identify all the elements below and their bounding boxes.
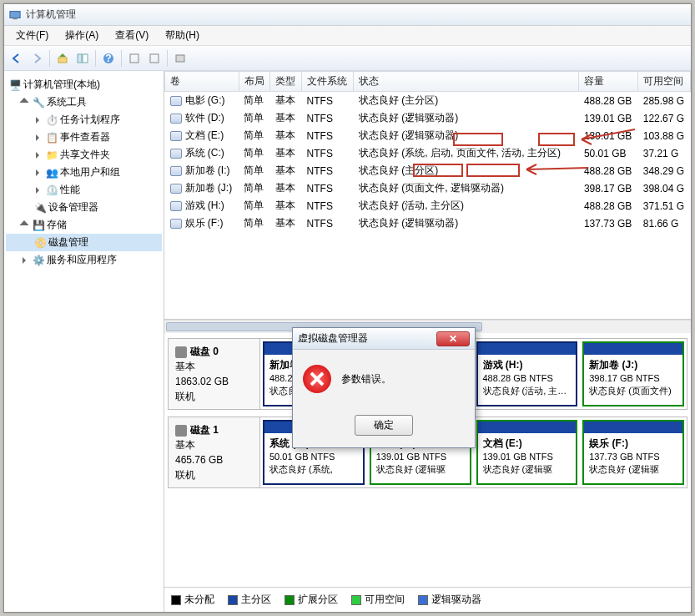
clock-icon: ⏱️ xyxy=(46,114,58,126)
tree-shared-folders[interactable]: 📁共享文件夹 xyxy=(6,146,162,164)
volume-icon xyxy=(170,201,182,211)
error-dialog: 虚拟磁盘管理器 ✕ 参数错误。 确定 xyxy=(292,327,476,448)
col-volume[interactable]: 卷 xyxy=(165,72,239,92)
volume-list[interactable]: 卷 布局 类型 文件系统 状态 容量 可用空间 电影 (G:)简单基本NTFS状… xyxy=(164,71,691,320)
svg-rect-3 xyxy=(78,54,82,63)
table-row[interactable]: 游戏 (H:)简单基本NTFS状态良好 (活动, 主分区)488.28 GB37… xyxy=(165,197,691,215)
volume-icon xyxy=(170,149,182,159)
col-status[interactable]: 状态 xyxy=(354,72,579,92)
tree-local-users[interactable]: 👥本地用户和组 xyxy=(6,164,162,181)
tree-performance[interactable]: ⏲️性能 xyxy=(6,181,162,199)
help-button[interactable]: ? xyxy=(99,49,118,68)
refresh-button[interactable] xyxy=(125,49,144,68)
volume-icon xyxy=(170,131,182,141)
menu-view[interactable]: 查看(V) xyxy=(108,26,155,45)
svg-rect-4 xyxy=(83,54,88,63)
legend: 未分配 主分区 扩展分区 可用空间 逻辑驱动器 xyxy=(164,587,691,612)
volume-icon xyxy=(170,166,182,176)
table-row[interactable]: 电影 (G:)简单基本NTFS状态良好 (主分区)488.28 GB285.98… xyxy=(165,92,691,110)
volume-icon xyxy=(170,184,182,194)
up-button[interactable] xyxy=(53,49,72,68)
disk-icon: 📀 xyxy=(34,237,46,249)
settings-button[interactable] xyxy=(145,49,164,68)
tree-services-apps[interactable]: ⚙️服务和应用程序 xyxy=(6,251,162,269)
table-row[interactable]: 系统 (C:)简单基本NTFS状态良好 (系统, 启动, 页面文件, 活动, 主… xyxy=(165,144,691,162)
table-row[interactable]: 新加卷 (I:)简单基本NTFS状态良好 (主分区)488.28 GB348.2… xyxy=(165,162,691,179)
perf-icon: ⏲️ xyxy=(46,184,58,196)
dialog-titlebar[interactable]: 虚拟磁盘管理器 ✕ xyxy=(293,328,475,350)
disk-icon xyxy=(175,425,187,437)
expand-icon[interactable] xyxy=(21,98,28,106)
computer-management-window: 计算机管理 文件(F) 操作(A) 查看(V) 帮助(H) ? 🖥️计算机管理(… xyxy=(3,3,692,613)
table-row[interactable]: 文档 (E:)简单基本NTFS状态良好 (逻辑驱动器)139.01 GB103.… xyxy=(165,127,691,144)
device-icon: 🔌 xyxy=(34,202,46,214)
computer-icon: 🖥️ xyxy=(9,79,21,91)
back-button[interactable] xyxy=(8,49,26,68)
show-hide-tree-button[interactable] xyxy=(73,49,92,68)
storage-icon: 💾 xyxy=(33,220,44,231)
svg-rect-0 xyxy=(10,11,20,18)
menu-help[interactable]: 帮助(H) xyxy=(159,26,206,45)
tree-event-viewer[interactable]: 📋事件查看器 xyxy=(6,129,162,146)
volume-icon xyxy=(170,96,182,106)
disk-icon xyxy=(175,346,187,358)
menu-file[interactable]: 文件(F) xyxy=(9,26,55,45)
partition[interactable]: 娱乐 (F:)137.73 GB NTFS状态良好 (逻辑驱 xyxy=(582,420,684,485)
dialog-ok-button[interactable]: 确定 xyxy=(355,415,413,436)
col-layout[interactable]: 布局 xyxy=(239,72,270,92)
tree-task-scheduler[interactable]: ⏱️任务计划程序 xyxy=(6,111,162,129)
svg-text:?: ? xyxy=(105,53,111,64)
table-row[interactable]: 新加卷 (J:)简单基本NTFS状态良好 (页面文件, 逻辑驱动器)398.17… xyxy=(165,179,691,197)
disk-header: 磁盘 0基本1863.02 GB联机 xyxy=(169,339,260,409)
volume-icon xyxy=(170,219,182,229)
svg-rect-2 xyxy=(58,58,67,63)
col-fs[interactable]: 文件系统 xyxy=(302,72,354,92)
tools-icon: 🔧 xyxy=(33,97,44,109)
tree-device-manager[interactable]: 🔌设备管理器 xyxy=(6,199,162,216)
dialog-message: 参数错误。 xyxy=(341,372,391,386)
error-icon xyxy=(303,365,331,393)
window-title: 计算机管理 xyxy=(26,8,76,22)
svg-rect-8 xyxy=(150,54,159,63)
dialog-title: 虚拟磁盘管理器 xyxy=(298,331,368,346)
partition[interactable]: 游戏 (H:)488.28 GB NTFS状态良好 (活动, 主分区) xyxy=(476,341,578,406)
svg-rect-9 xyxy=(176,55,184,62)
menubar: 文件(F) 操作(A) 查看(V) 帮助(H) xyxy=(4,26,691,46)
tree-storage[interactable]: 💾存储 xyxy=(6,216,162,234)
col-type[interactable]: 类型 xyxy=(270,72,302,92)
users-icon: 👥 xyxy=(46,167,58,179)
app-icon xyxy=(9,9,21,21)
table-row[interactable]: 软件 (D:)简单基本NTFS状态良好 (逻辑驱动器)139.01 GB122.… xyxy=(165,109,691,127)
folder-icon: 📁 xyxy=(46,149,58,161)
col-capacity[interactable]: 容量 xyxy=(579,72,638,92)
forward-button[interactable] xyxy=(28,49,46,68)
event-icon: 📋 xyxy=(46,132,58,144)
col-free[interactable]: 可用空间 xyxy=(638,72,691,92)
tree-disk-management[interactable]: 📀磁盘管理 xyxy=(6,234,162,251)
svg-rect-1 xyxy=(13,18,17,19)
toolbar: ? xyxy=(4,46,691,71)
tree-root[interactable]: 🖥️计算机管理(本地) xyxy=(6,76,162,93)
partition[interactable]: 文档 (E:)139.01 GB NTFS状态良好 (逻辑驱 xyxy=(476,420,578,485)
dialog-close-button[interactable]: ✕ xyxy=(436,331,470,346)
services-icon: ⚙️ xyxy=(33,255,44,266)
menu-action[interactable]: 操作(A) xyxy=(58,26,105,45)
navigation-tree[interactable]: 🖥️计算机管理(本地) 🔧系统工具 ⏱️任务计划程序 📋事件查看器 📁共享文件夹… xyxy=(4,71,164,612)
svg-rect-7 xyxy=(130,54,138,63)
titlebar[interactable]: 计算机管理 xyxy=(4,4,691,26)
disk-header: 磁盘 1基本465.76 GB联机 xyxy=(169,417,260,487)
volume-icon xyxy=(170,114,182,124)
table-row[interactable]: 娱乐 (F:)简单基本NTFS状态良好 (逻辑驱动器)137.73 GB81.6… xyxy=(165,215,691,232)
properties-button[interactable] xyxy=(171,49,189,68)
partition[interactable]: 新加卷 (J:)398.17 GB NTFS状态良好 (页面文件) xyxy=(582,341,684,406)
tree-system-tools[interactable]: 🔧系统工具 xyxy=(6,93,162,111)
